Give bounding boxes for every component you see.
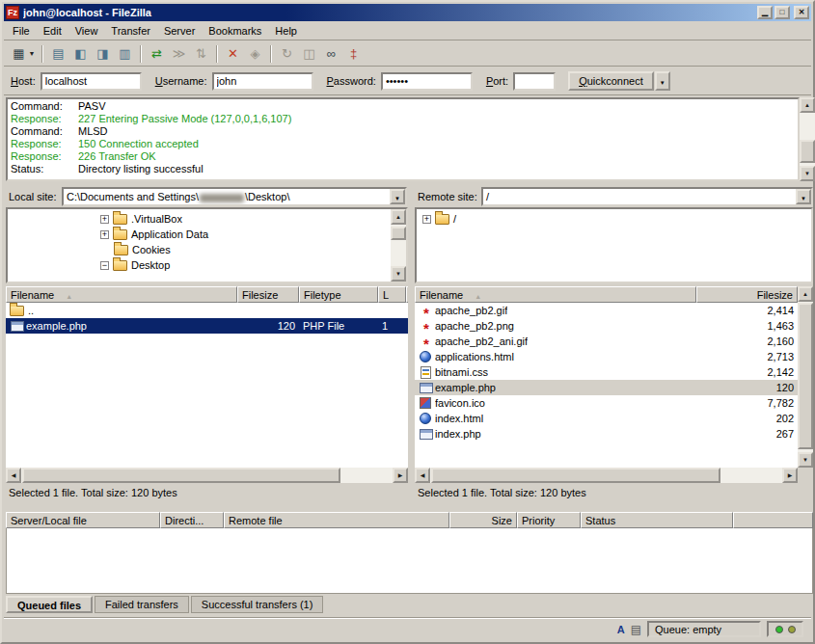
quickconnect-dropdown[interactable]: [655, 71, 670, 91]
local-tree[interactable]: +.VirtualBox+Application DataCookies−Des…: [6, 207, 408, 283]
file-row[interactable]: index.html202: [415, 411, 798, 426]
toggle-local-tree-button[interactable]: ◧: [69, 43, 92, 65]
toggle-remote-tree-button[interactable]: ◨: [92, 43, 114, 65]
file-row[interactable]: bitnami.css2,142: [415, 364, 798, 380]
file-row[interactable]: example.php120: [415, 380, 798, 395]
scroll-left-icon[interactable]: [6, 468, 21, 483]
local-site-dropdown[interactable]: [390, 189, 405, 204]
disconnect-button[interactable]: ◈: [244, 43, 266, 65]
reconnect-button[interactable]: ↻: [276, 43, 298, 65]
tab-queued-files[interactable]: Queued files: [6, 596, 93, 613]
column-header-server-local-file[interactable]: Server/Local file: [6, 512, 160, 528]
column-header-status[interactable]: Status: [581, 512, 733, 528]
message-log[interactable]: Command:PASVResponse:227 Entering Passiv…: [6, 97, 800, 181]
menu-item-file[interactable]: File: [6, 23, 37, 39]
process-queue-button[interactable]: ≫: [168, 43, 190, 65]
file-row[interactable]: applications.html2,713: [415, 349, 798, 364]
scroll-down-icon[interactable]: [800, 166, 815, 181]
file-row[interactable]: ..: [6, 303, 408, 318]
column-header-directi[interactable]: Directi...: [160, 512, 224, 528]
menu-item-view[interactable]: View: [68, 23, 105, 39]
scroll-right-icon[interactable]: [393, 468, 408, 483]
tree-item[interactable]: Cookies: [8, 242, 406, 257]
scroll-down-icon[interactable]: [798, 452, 813, 468]
remote-site-dropdown[interactable]: [796, 189, 811, 204]
local-tree-scrollbar[interactable]: [391, 209, 406, 282]
scroll-down-icon[interactable]: [391, 266, 406, 282]
menu-item-server[interactable]: Server: [157, 23, 202, 39]
column-header-filesize[interactable]: Filesize: [696, 286, 798, 303]
local-site-combo[interactable]: C:\Documents and Settings\\Desktop\: [62, 187, 407, 206]
toggle-queue-processing-button[interactable]: ⇅: [190, 43, 212, 65]
speed-limits-button[interactable]: ‡: [342, 43, 365, 65]
directory-comparison-button[interactable]: ◫: [298, 43, 320, 65]
log-scrollbar[interactable]: [800, 97, 815, 181]
cancel-transfer-button[interactable]: ✕: [222, 43, 244, 65]
tree-item[interactable]: +Application Data: [8, 227, 406, 242]
expand-icon[interactable]: +: [100, 230, 109, 239]
tree-scrollbar-thumb[interactable]: [391, 227, 406, 240]
column-header-l[interactable]: L: [378, 286, 406, 303]
log-scrollbar-thumb[interactable]: [800, 140, 815, 163]
local-file-list[interactable]: ..example.php120PHP File1: [6, 303, 408, 468]
expand-icon[interactable]: +: [100, 215, 109, 224]
file-row[interactable]: favicon.ico7,782: [415, 395, 798, 411]
toggle-log-button[interactable]: ▤: [47, 43, 69, 65]
tree-item[interactable]: +.VirtualBox: [8, 211, 406, 227]
column-header-filetype[interactable]: Filetype: [299, 286, 378, 303]
list-hscrollbar-thumb[interactable]: [431, 468, 720, 483]
minimize-button[interactable]: ▁: [757, 6, 773, 19]
scroll-up-icon[interactable]: [391, 209, 406, 225]
activity-led-panel: [767, 621, 803, 637]
tab-successful-transfers-1[interactable]: Successful transfers (1): [191, 596, 324, 613]
tab-failed-transfers[interactable]: Failed transfers: [95, 596, 189, 613]
toggle-queue-button[interactable]: ▥: [114, 43, 136, 65]
password-input[interactable]: [381, 72, 473, 91]
file-row[interactable]: index.php267: [415, 426, 798, 442]
remote-site-combo[interactable]: /: [481, 187, 813, 206]
log-type-label: Response:: [11, 150, 78, 163]
queue-list[interactable]: [6, 528, 813, 594]
menu-item-transfer[interactable]: Transfer: [104, 23, 157, 39]
list-scrollbar-thumb[interactable]: [798, 303, 813, 449]
menu-item-help[interactable]: Help: [268, 23, 304, 39]
username-input[interactable]: [212, 72, 313, 91]
menu-item-bookmarks[interactable]: Bookmarks: [202, 23, 268, 39]
file-row[interactable]: *apache_pb2_ani.gif2,160: [415, 334, 798, 349]
remote-list-scrollbar[interactable]: [798, 286, 813, 468]
column-header-filename[interactable]: Filename: [415, 286, 696, 303]
file-row[interactable]: *apache_pb2.png1,463: [415, 318, 798, 334]
close-button[interactable]: ✕: [794, 6, 809, 19]
column-header-remote-file[interactable]: Remote file: [224, 512, 449, 528]
site-manager-dropdown-button[interactable]: ▼: [26, 43, 38, 65]
scroll-up-icon[interactable]: [798, 286, 813, 302]
remote-list-hscrollbar[interactable]: [415, 468, 798, 483]
scroll-right-icon[interactable]: [782, 468, 798, 483]
refresh-button[interactable]: ⇄: [146, 43, 168, 65]
remote-tree[interactable]: +/: [415, 207, 813, 283]
column-header-size[interactable]: Size: [449, 512, 517, 528]
remote-file-list[interactable]: *apache_pb2.gif2,414*apache_pb2.png1,463…: [415, 303, 798, 468]
pane-splitter[interactable]: [408, 187, 415, 476]
scroll-up-icon[interactable]: [800, 97, 815, 113]
username-label-accel: U: [155, 75, 163, 87]
host-input[interactable]: [41, 72, 142, 91]
tree-item[interactable]: −Desktop: [8, 257, 406, 273]
column-header-filename[interactable]: Filename: [6, 286, 237, 303]
file-row[interactable]: example.php120PHP File1: [6, 318, 408, 334]
list-hscrollbar-thumb[interactable]: [22, 468, 340, 483]
find-files-button[interactable]: ∞: [320, 43, 342, 65]
collapse-icon[interactable]: −: [100, 261, 109, 270]
maximize-button[interactable]: □: [774, 6, 790, 19]
expand-icon[interactable]: +: [422, 215, 431, 224]
column-header-filesize[interactable]: Filesize: [237, 286, 299, 303]
local-list-hscrollbar[interactable]: [6, 468, 408, 483]
menu-item-edit[interactable]: Edit: [37, 23, 68, 39]
scroll-left-icon[interactable]: [415, 468, 430, 483]
quickconnect-button[interactable]: Quickconnect: [568, 71, 654, 91]
file-row[interactable]: *apache_pb2.gif2,414: [415, 303, 798, 318]
port-input[interactable]: [513, 72, 556, 91]
folder-icon: [435, 214, 449, 225]
column-header-priority[interactable]: Priority: [517, 512, 581, 528]
tree-item[interactable]: +/: [417, 211, 811, 227]
